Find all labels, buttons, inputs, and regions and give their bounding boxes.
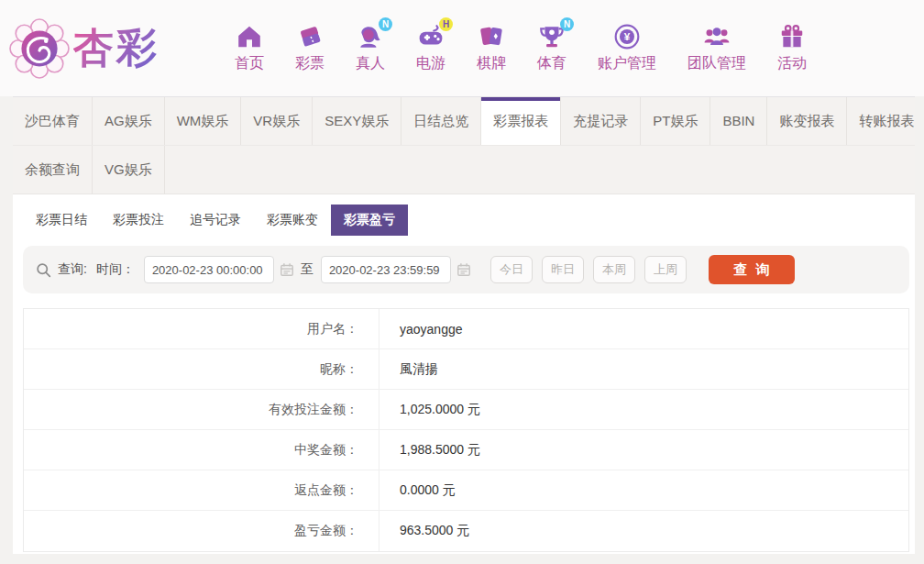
coin-icon: ¥ <box>613 23 641 50</box>
time-label: 时间： <box>96 261 135 278</box>
end-time-input[interactable] <box>321 256 451 283</box>
main-content: 彩票日结 彩票投注 追号记录 彩票账变 彩票盈亏 查询: 时间： 至 <box>13 194 915 554</box>
nav-item-home[interactable]: 首页 <box>219 23 280 73</box>
nav-label: 体育 <box>537 54 566 73</box>
row-value: 風清揚 <box>380 349 908 389</box>
row-label: 返点金额： <box>24 470 380 510</box>
nav-label: 活动 <box>777 54 807 73</box>
header: 杏彩 首页 彩票 <box>0 0 924 96</box>
trophy-icon: N <box>538 23 566 50</box>
table-row: 有效投注金额： 1,025.0000 元 <box>24 390 908 430</box>
row-label: 中奖金额： <box>24 430 380 470</box>
home-icon <box>236 23 263 50</box>
row-label: 昵称： <box>24 349 380 389</box>
brand-logo[interactable]: 杏彩 <box>9 18 197 79</box>
main-nav: 首页 彩票 N 真人 <box>219 23 822 73</box>
row-label: 用户名： <box>24 309 380 348</box>
tab-vr[interactable]: VR娱乐 <box>241 97 313 145</box>
calendar-icon[interactable] <box>280 262 294 277</box>
row-label: 有效投注金额： <box>24 390 380 429</box>
tab-transfer-report[interactable]: 转账报表 <box>847 97 924 145</box>
gamepad-icon: H <box>417 23 445 50</box>
search-icon <box>36 262 51 278</box>
nav-label: 账户管理 <box>598 54 656 73</box>
start-time-input[interactable] <box>144 256 274 283</box>
tab-bbin[interactable]: BBIN <box>710 97 767 145</box>
tab-deposit-withdraw[interactable]: 充提记录 <box>561 97 641 145</box>
tab-row-1: 沙巴体育 AG娱乐 WM娱乐 VR娱乐 SEXY娱乐 日结总览 彩票报表 充提记… <box>13 97 915 145</box>
query-submit-button[interactable]: 查询 <box>709 255 795 284</box>
tab-account-change[interactable]: 账变报表 <box>767 97 847 145</box>
brand-flower-icon <box>9 18 70 79</box>
nav-item-lottery[interactable]: 彩票 <box>280 23 340 73</box>
row-value: 0.0000 元 <box>380 470 908 510</box>
tab-row-2: 余额查询 VG娱乐 <box>13 145 915 194</box>
nav-label: 彩票 <box>295 54 324 73</box>
tab-sexy[interactable]: SEXY娱乐 <box>313 97 402 145</box>
svg-text:¥: ¥ <box>624 30 631 42</box>
new-badge: N <box>560 17 574 31</box>
calendar-icon[interactable] <box>456 262 471 277</box>
nav-item-team[interactable]: 团队管理 <box>672 23 762 73</box>
table-row: 中奖金额： 1,988.5000 元 <box>24 430 908 470</box>
team-icon <box>703 23 731 50</box>
profit-loss-table: 用户名： yaoyangge 昵称： 風清揚 有效投注金额： 1,025.000… <box>23 308 909 552</box>
hot-badge: H <box>439 17 453 31</box>
nav-label: 棋牌 <box>477 54 506 73</box>
nav-item-account[interactable]: ¥ 账户管理 <box>582 23 672 73</box>
nav-item-sports[interactable]: N 体育 <box>522 23 582 73</box>
today-button[interactable]: 今日 <box>490 256 533 283</box>
last-week-button[interactable]: 上周 <box>644 256 687 283</box>
tab-lottery-report[interactable]: 彩票报表 <box>481 97 561 145</box>
lottery-subtabs: 彩票日结 彩票投注 追号记录 彩票账变 彩票盈亏 <box>13 194 915 246</box>
this-week-button[interactable]: 本周 <box>593 256 635 283</box>
nav-item-live[interactable]: N 真人 <box>340 23 401 73</box>
subtab-lottery-profit-loss[interactable]: 彩票盈亏 <box>331 205 408 236</box>
tickets-icon <box>296 23 324 50</box>
table-row: 盈亏金额： 963.5000 元 <box>24 511 908 551</box>
nav-item-egames[interactable]: H 电游 <box>401 23 461 73</box>
cards-icon <box>478 23 505 50</box>
subtab-lottery-bets[interactable]: 彩票投注 <box>100 205 177 236</box>
report-tabbar: 沙巴体育 AG娱乐 WM娱乐 VR娱乐 SEXY娱乐 日结总览 彩票报表 充提记… <box>13 96 915 194</box>
tab-pt[interactable]: PT娱乐 <box>641 97 710 145</box>
table-row: 昵称： 風清揚 <box>24 349 908 390</box>
row-label: 盈亏金额： <box>24 511 380 551</box>
row-value: 963.5000 元 <box>380 511 908 551</box>
nav-label: 团队管理 <box>688 54 746 73</box>
range-separator: 至 <box>301 261 314 278</box>
tab-balance-query[interactable]: 余额查询 <box>13 146 93 194</box>
nav-label: 真人 <box>356 54 385 73</box>
row-value: yaoyangge <box>380 309 908 348</box>
gift-icon <box>778 23 806 50</box>
subtab-lottery-account-change[interactable]: 彩票账变 <box>254 205 331 236</box>
query-label: 查询: <box>58 261 87 278</box>
yesterday-button[interactable]: 昨日 <box>542 256 584 283</box>
search-panel: 查询: 时间： 至 今日 昨日 <box>23 246 909 293</box>
tab-shaba-sports[interactable]: 沙巴体育 <box>13 97 93 145</box>
new-badge: N <box>379 17 392 31</box>
nav-item-cards[interactable]: 棋牌 <box>461 23 522 73</box>
table-row: 用户名： yaoyangge <box>24 309 908 349</box>
row-value: 1,988.5000 元 <box>380 430 908 470</box>
subtab-lottery-daily[interactable]: 彩票日结 <box>23 205 100 236</box>
tab-ag[interactable]: AG娱乐 <box>93 97 165 145</box>
tab-vg[interactable]: VG娱乐 <box>93 146 165 194</box>
nav-label: 首页 <box>235 54 264 73</box>
table-row: 返点金额： 0.0000 元 <box>24 470 908 511</box>
tab-wm[interactable]: WM娱乐 <box>165 97 242 145</box>
live-person-icon: N <box>357 23 384 50</box>
nav-label: 电游 <box>416 54 446 73</box>
row-value: 1,025.0000 元 <box>380 390 908 429</box>
subtab-chase-records[interactable]: 追号记录 <box>177 205 254 236</box>
nav-item-promotions[interactable]: 活动 <box>762 23 822 73</box>
brand-name: 杏彩 <box>73 21 160 75</box>
tab-daily-overview[interactable]: 日结总览 <box>402 97 481 145</box>
